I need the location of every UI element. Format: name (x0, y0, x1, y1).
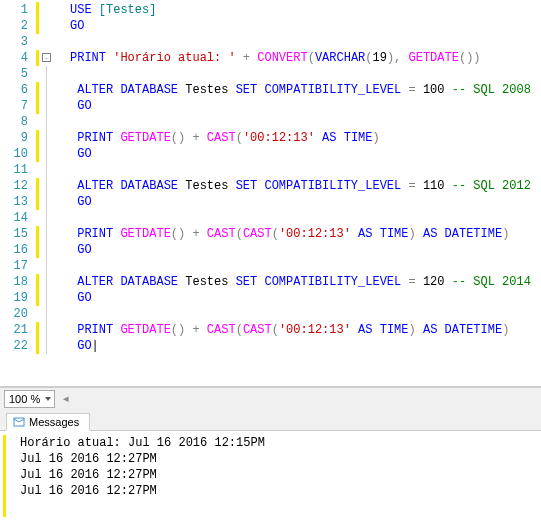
fold-guide (40, 130, 54, 146)
messages-icon (13, 416, 25, 428)
line-number: 6 (4, 82, 28, 98)
line-number: 4 (4, 50, 28, 66)
fold-toggle-icon[interactable]: - (40, 50, 54, 66)
tab-messages-label: Messages (29, 416, 79, 428)
message-line: Horário atual: Jul 16 2016 12:15PM (6, 435, 535, 451)
fold-guide (40, 258, 54, 274)
line-number: 20 (4, 306, 28, 322)
line-number-gutter: 12345678910111213141516171819202122 (0, 0, 36, 386)
line-number: 22 (4, 338, 28, 354)
code-text: GO (54, 243, 92, 257)
fold-guide (40, 146, 54, 162)
code-line[interactable]: GO (36, 146, 541, 162)
code-line[interactable] (36, 34, 541, 50)
zoom-dropdown[interactable]: 100 % (4, 390, 55, 408)
code-text (54, 35, 70, 49)
fold-guide (40, 82, 54, 98)
code-text: GO (54, 195, 92, 209)
code-line[interactable]: GO (36, 194, 541, 210)
line-number: 11 (4, 162, 28, 178)
line-number: 2 (4, 18, 28, 34)
fold-guide (40, 226, 54, 242)
code-line[interactable]: GO (36, 18, 541, 34)
code-text: ALTER DATABASE Testes SET COMPATIBILITY_… (54, 83, 531, 97)
code-line[interactable]: ALTER DATABASE Testes SET COMPATIBILITY_… (36, 82, 541, 98)
code-line[interactable] (36, 306, 541, 322)
code-text: PRINT GETDATE() + CAST(CAST('00:12:13' A… (54, 227, 509, 241)
fold-guide (40, 338, 54, 354)
message-line: Jul 16 2016 12:27PM (6, 467, 535, 483)
scroll-left-icon[interactable]: ◂ (59, 392, 73, 406)
code-line[interactable] (36, 66, 541, 82)
message-line: Jul 16 2016 12:27PM (6, 483, 535, 499)
code-line[interactable] (36, 210, 541, 226)
fold-guide (40, 306, 54, 322)
fold-guide (40, 98, 54, 114)
code-line[interactable] (36, 114, 541, 130)
fold-guide (40, 290, 54, 306)
line-number: 10 (4, 146, 28, 162)
code-content[interactable]: USE [Testes]GO-PRINT 'Horário atual: ' +… (36, 0, 541, 386)
fold-guide (40, 194, 54, 210)
tab-messages[interactable]: Messages (6, 413, 90, 431)
line-number: 16 (4, 242, 28, 258)
fold-guide (40, 274, 54, 290)
code-text: USE [Testes] (54, 3, 156, 17)
code-line[interactable]: -PRINT 'Horário atual: ' + CONVERT(VARCH… (36, 50, 541, 66)
code-text: GO (54, 291, 92, 305)
line-number: 17 (4, 258, 28, 274)
line-number: 1 (4, 2, 28, 18)
code-text: ALTER DATABASE Testes SET COMPATIBILITY_… (54, 179, 531, 193)
code-text (54, 211, 70, 225)
line-number: 5 (4, 66, 28, 82)
fold-guide (40, 242, 54, 258)
line-number: 18 (4, 274, 28, 290)
code-text: GO| (54, 339, 99, 353)
fold-guide (40, 322, 54, 338)
code-line[interactable]: GO| (36, 338, 541, 354)
code-text (54, 163, 70, 177)
code-line[interactable] (36, 162, 541, 178)
code-line[interactable]: PRINT GETDATE() + CAST(CAST('00:12:13' A… (36, 322, 541, 338)
code-text: GO (54, 99, 92, 113)
code-text (54, 67, 70, 81)
code-text: PRINT GETDATE() + CAST(CAST('00:12:13' A… (54, 323, 509, 337)
code-line[interactable]: GO (36, 290, 541, 306)
fold-guide (40, 210, 54, 226)
code-line[interactable] (36, 258, 541, 274)
code-text: ALTER DATABASE Testes SET COMPATIBILITY_… (54, 275, 531, 289)
code-text: GO (54, 19, 84, 33)
line-number: 15 (4, 226, 28, 242)
code-editor[interactable]: 12345678910111213141516171819202122 USE … (0, 0, 541, 387)
code-text (54, 259, 70, 273)
code-line[interactable]: ALTER DATABASE Testes SET COMPATIBILITY_… (36, 178, 541, 194)
messages-output[interactable]: Horário atual: Jul 16 2016 12:15PMJul 16… (0, 431, 541, 521)
line-number: 3 (4, 34, 28, 50)
zoom-toolbar: 100 % ◂ (0, 387, 541, 409)
line-number: 21 (4, 322, 28, 338)
code-line[interactable]: GO (36, 98, 541, 114)
code-line[interactable]: ALTER DATABASE Testes SET COMPATIBILITY_… (36, 274, 541, 290)
code-text (54, 115, 70, 129)
line-number: 8 (4, 114, 28, 130)
code-text: GO (54, 147, 92, 161)
fold-guide (40, 162, 54, 178)
code-text: PRINT 'Horário atual: ' + CONVERT(VARCHA… (54, 51, 481, 65)
fold-guide (40, 114, 54, 130)
line-number: 19 (4, 290, 28, 306)
line-number: 14 (4, 210, 28, 226)
code-line[interactable]: PRINT GETDATE() + CAST('00:12:13' AS TIM… (36, 130, 541, 146)
fold-guide (40, 66, 54, 82)
message-line: Jul 16 2016 12:27PM (6, 451, 535, 467)
results-tabs: Messages (0, 409, 541, 431)
line-number: 7 (4, 98, 28, 114)
code-line[interactable]: USE [Testes] (36, 2, 541, 18)
code-line[interactable]: PRINT GETDATE() + CAST(CAST('00:12:13' A… (36, 226, 541, 242)
line-number: 13 (4, 194, 28, 210)
line-number: 9 (4, 130, 28, 146)
code-text (54, 307, 70, 321)
code-text: PRINT GETDATE() + CAST('00:12:13' AS TIM… (54, 131, 380, 145)
code-line[interactable]: GO (36, 242, 541, 258)
line-number: 12 (4, 178, 28, 194)
fold-guide (40, 178, 54, 194)
